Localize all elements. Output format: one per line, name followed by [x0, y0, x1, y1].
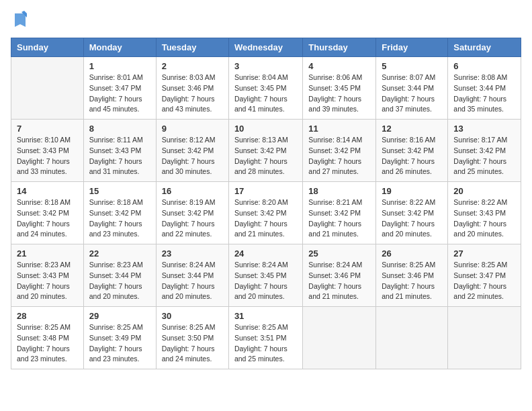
calendar-cell: 21Sunrise: 8:23 AM Sunset: 3:43 PM Dayli… [11, 244, 84, 307]
day-number: 23 [162, 248, 223, 259]
col-header-monday: Monday [83, 38, 156, 57]
day-info: Sunrise: 8:24 AM Sunset: 3:44 PM Dayligh… [162, 260, 223, 302]
calendar-cell: 28Sunrise: 8:25 AM Sunset: 3:48 PM Dayli… [11, 307, 84, 369]
day-info: Sunrise: 8:23 AM Sunset: 3:44 PM Dayligh… [89, 260, 150, 302]
col-header-sunday: Sunday [11, 38, 84, 57]
day-info: Sunrise: 8:04 AM Sunset: 3:45 PM Dayligh… [234, 73, 297, 115]
day-number: 4 [308, 61, 370, 71]
day-number: 20 [453, 186, 515, 196]
day-number: 16 [162, 186, 223, 196]
day-info: Sunrise: 8:08 AM Sunset: 3:44 PM Dayligh… [453, 73, 515, 115]
calendar-cell: 13Sunrise: 8:17 AM Sunset: 3:42 PM Dayli… [448, 120, 521, 182]
day-number: 17 [234, 186, 297, 196]
calendar-week-row: 14Sunrise: 8:18 AM Sunset: 3:42 PM Dayli… [11, 182, 521, 244]
calendar-cell: 1Sunrise: 8:01 AM Sunset: 3:47 PM Daylig… [83, 57, 156, 120]
day-info: Sunrise: 8:20 AM Sunset: 3:42 PM Dayligh… [234, 197, 297, 240]
calendar-cell: 27Sunrise: 8:25 AM Sunset: 3:47 PM Dayli… [448, 244, 521, 307]
day-number: 25 [308, 248, 370, 259]
calendar-cell: 11Sunrise: 8:14 AM Sunset: 3:42 PM Dayli… [303, 120, 376, 182]
calendar-cell: 25Sunrise: 8:24 AM Sunset: 3:46 PM Dayli… [303, 244, 376, 307]
day-info: Sunrise: 8:24 AM Sunset: 3:45 PM Dayligh… [234, 260, 297, 302]
day-info: Sunrise: 8:25 AM Sunset: 3:51 PM Dayligh… [234, 322, 297, 365]
day-info: Sunrise: 8:25 AM Sunset: 3:49 PM Dayligh… [89, 322, 150, 365]
day-number: 6 [453, 61, 515, 71]
day-info: Sunrise: 8:11 AM Sunset: 3:43 PM Dayligh… [89, 135, 150, 177]
day-number: 11 [308, 124, 370, 134]
day-number: 21 [17, 248, 78, 259]
calendar-cell: 7Sunrise: 8:10 AM Sunset: 3:43 PM Daylig… [11, 120, 84, 182]
logo [11, 11, 28, 30]
calendar-cell: 31Sunrise: 8:25 AM Sunset: 3:51 PM Dayli… [228, 307, 302, 369]
day-info: Sunrise: 8:14 AM Sunset: 3:42 PM Dayligh… [308, 135, 370, 177]
calendar-cell [11, 57, 84, 120]
day-number: 15 [89, 186, 150, 196]
page-header [11, 11, 521, 30]
day-info: Sunrise: 8:13 AM Sunset: 3:42 PM Dayligh… [234, 135, 297, 177]
day-info: Sunrise: 8:18 AM Sunset: 3:42 PM Dayligh… [89, 197, 150, 240]
col-header-wednesday: Wednesday [228, 38, 302, 57]
calendar-cell: 16Sunrise: 8:19 AM Sunset: 3:42 PM Dayli… [156, 182, 228, 244]
day-number: 30 [162, 311, 223, 321]
calendar-cell: 17Sunrise: 8:20 AM Sunset: 3:42 PM Dayli… [228, 182, 302, 244]
day-number: 2 [162, 61, 223, 71]
calendar-cell: 29Sunrise: 8:25 AM Sunset: 3:49 PM Dayli… [83, 307, 156, 369]
day-info: Sunrise: 8:03 AM Sunset: 3:46 PM Dayligh… [162, 73, 223, 115]
calendar-cell: 14Sunrise: 8:18 AM Sunset: 3:42 PM Dayli… [11, 182, 84, 244]
calendar-cell: 10Sunrise: 8:13 AM Sunset: 3:42 PM Dayli… [228, 120, 302, 182]
day-number: 1 [89, 61, 150, 71]
calendar-cell: 8Sunrise: 8:11 AM Sunset: 3:43 PM Daylig… [83, 120, 156, 182]
calendar-cell: 12Sunrise: 8:16 AM Sunset: 3:42 PM Dayli… [376, 120, 448, 182]
day-number: 9 [162, 124, 223, 134]
day-number: 26 [382, 248, 442, 259]
day-info: Sunrise: 8:25 AM Sunset: 3:50 PM Dayligh… [162, 322, 223, 365]
calendar-header-row: SundayMondayTuesdayWednesdayThursdayFrid… [11, 38, 521, 57]
col-header-tuesday: Tuesday [156, 38, 228, 57]
calendar-cell: 6Sunrise: 8:08 AM Sunset: 3:44 PM Daylig… [448, 57, 521, 120]
day-info: Sunrise: 8:19 AM Sunset: 3:42 PM Dayligh… [162, 197, 223, 240]
calendar-cell: 15Sunrise: 8:18 AM Sunset: 3:42 PM Dayli… [83, 182, 156, 244]
calendar-cell: 26Sunrise: 8:25 AM Sunset: 3:46 PM Dayli… [376, 244, 448, 307]
day-number: 13 [453, 124, 515, 134]
day-info: Sunrise: 8:17 AM Sunset: 3:42 PM Dayligh… [453, 135, 515, 177]
day-info: Sunrise: 8:23 AM Sunset: 3:43 PM Dayligh… [17, 260, 78, 302]
day-info: Sunrise: 8:22 AM Sunset: 3:43 PM Dayligh… [453, 197, 515, 240]
calendar-cell: 4Sunrise: 8:06 AM Sunset: 3:45 PM Daylig… [303, 57, 376, 120]
calendar-cell: 22Sunrise: 8:23 AM Sunset: 3:44 PM Dayli… [83, 244, 156, 307]
day-info: Sunrise: 8:25 AM Sunset: 3:47 PM Dayligh… [453, 260, 515, 302]
day-number: 22 [89, 248, 150, 259]
calendar-cell: 19Sunrise: 8:22 AM Sunset: 3:42 PM Dayli… [376, 182, 448, 244]
day-info: Sunrise: 8:07 AM Sunset: 3:44 PM Dayligh… [382, 73, 442, 115]
day-info: Sunrise: 8:10 AM Sunset: 3:43 PM Dayligh… [17, 135, 78, 177]
day-number: 29 [89, 311, 150, 321]
calendar-week-row: 7Sunrise: 8:10 AM Sunset: 3:43 PM Daylig… [11, 120, 521, 182]
day-number: 7 [17, 124, 78, 134]
day-info: Sunrise: 8:25 AM Sunset: 3:48 PM Dayligh… [17, 322, 78, 365]
day-number: 31 [234, 311, 297, 321]
calendar-cell [303, 307, 376, 369]
day-number: 8 [89, 124, 150, 134]
day-number: 5 [382, 61, 442, 71]
day-info: Sunrise: 8:18 AM Sunset: 3:42 PM Dayligh… [17, 197, 78, 240]
calendar-week-row: 28Sunrise: 8:25 AM Sunset: 3:48 PM Dayli… [11, 307, 521, 369]
day-info: Sunrise: 8:16 AM Sunset: 3:42 PM Dayligh… [382, 135, 442, 177]
col-header-thursday: Thursday [303, 38, 376, 57]
day-info: Sunrise: 8:06 AM Sunset: 3:45 PM Dayligh… [308, 73, 370, 115]
day-number: 3 [234, 61, 297, 71]
calendar-cell: 24Sunrise: 8:24 AM Sunset: 3:45 PM Dayli… [228, 244, 302, 307]
day-info: Sunrise: 8:01 AM Sunset: 3:47 PM Dayligh… [89, 73, 150, 115]
col-header-friday: Friday [376, 38, 448, 57]
calendar-cell: 3Sunrise: 8:04 AM Sunset: 3:45 PM Daylig… [228, 57, 302, 120]
calendar-cell: 18Sunrise: 8:21 AM Sunset: 3:42 PM Dayli… [303, 182, 376, 244]
day-info: Sunrise: 8:25 AM Sunset: 3:46 PM Dayligh… [382, 260, 442, 302]
day-info: Sunrise: 8:24 AM Sunset: 3:46 PM Dayligh… [308, 260, 370, 302]
calendar-cell: 2Sunrise: 8:03 AM Sunset: 3:46 PM Daylig… [156, 57, 228, 120]
col-header-saturday: Saturday [448, 38, 521, 57]
calendar-cell [448, 307, 521, 369]
calendar-week-row: 1Sunrise: 8:01 AM Sunset: 3:47 PM Daylig… [11, 57, 521, 120]
day-number: 24 [234, 248, 297, 259]
calendar-cell: 30Sunrise: 8:25 AM Sunset: 3:50 PM Dayli… [156, 307, 228, 369]
calendar-cell: 5Sunrise: 8:07 AM Sunset: 3:44 PM Daylig… [376, 57, 448, 120]
logo-icon [12, 11, 28, 30]
day-number: 19 [382, 186, 442, 196]
day-info: Sunrise: 8:21 AM Sunset: 3:42 PM Dayligh… [308, 197, 370, 240]
